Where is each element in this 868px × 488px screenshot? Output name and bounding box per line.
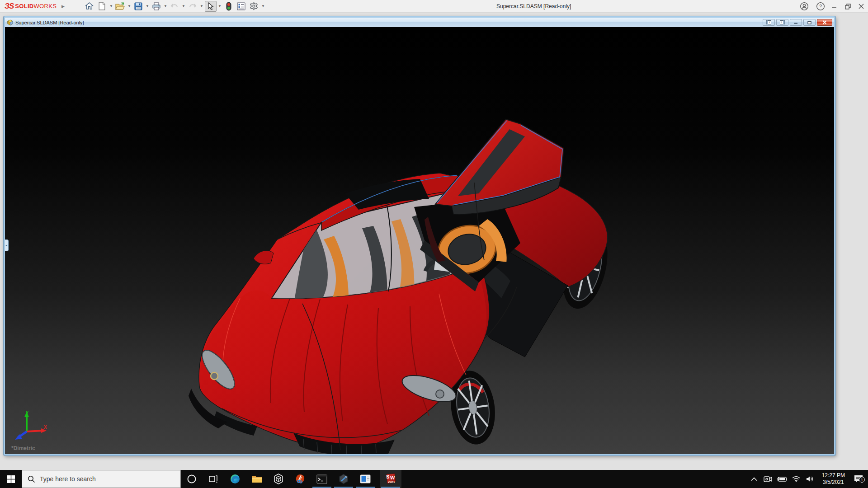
save-button[interactable] bbox=[132, 1, 144, 12]
toggle-right-pane-button[interactable] bbox=[776, 19, 788, 26]
document-close-button[interactable] bbox=[817, 19, 832, 26]
taskbar-search[interactable] bbox=[22, 470, 181, 488]
triad-y-label: Y bbox=[26, 410, 29, 415]
taskbar-file-explorer-button[interactable] bbox=[246, 470, 268, 488]
logo-text-works: WORKS bbox=[34, 3, 57, 9]
document-window-controls bbox=[763, 19, 834, 26]
taskbar-photos-app-button[interactable] bbox=[354, 470, 376, 488]
taskbar-hexagon-app-button[interactable] bbox=[333, 470, 354, 488]
taskbar-task-view-button[interactable] bbox=[203, 470, 224, 488]
close-button[interactable] bbox=[854, 0, 868, 13]
taskbar-command-prompt-button[interactable] bbox=[311, 470, 333, 488]
logo-text-solid: SOLID bbox=[15, 3, 33, 9]
cortana-icon bbox=[187, 474, 197, 484]
notification-badge: 1 bbox=[859, 477, 865, 483]
options-list-button[interactable] bbox=[236, 1, 247, 12]
undo-dropdown: ▼ bbox=[181, 4, 186, 8]
action-center-button[interactable]: 1 bbox=[852, 474, 865, 483]
document-restore-button[interactable] bbox=[803, 19, 816, 26]
open-dropdown[interactable]: ▼ bbox=[127, 4, 132, 8]
home-button[interactable] bbox=[84, 1, 95, 12]
search-input[interactable] bbox=[40, 475, 166, 483]
redo-button bbox=[187, 1, 198, 12]
account-button[interactable] bbox=[797, 0, 811, 13]
undo-button bbox=[169, 1, 180, 12]
tray-chevron-up-icon[interactable] bbox=[749, 477, 759, 481]
snipping-tool-icon bbox=[295, 474, 306, 484]
rebuild-button[interactable] bbox=[223, 1, 235, 12]
select-tool-dropdown[interactable]: ▼ bbox=[217, 4, 222, 8]
sw-letter-s: S bbox=[386, 474, 389, 479]
edge-icon bbox=[230, 474, 241, 484]
clock-date: 3/5/2021 bbox=[822, 479, 845, 486]
save-dropdown[interactable]: ▼ bbox=[145, 4, 150, 8]
svg-text:?: ? bbox=[819, 4, 822, 9]
select-tool-button[interactable] bbox=[205, 1, 217, 12]
help-button[interactable]: ? bbox=[814, 0, 827, 13]
battery-icon[interactable] bbox=[777, 476, 787, 482]
supercar-3d-model bbox=[5, 27, 834, 454]
taskbar-cortana-button[interactable] bbox=[181, 470, 203, 488]
volume-icon[interactable] bbox=[805, 476, 815, 482]
window-controls: ? bbox=[797, 0, 868, 13]
new-document-dropdown[interactable]: ▼ bbox=[109, 4, 113, 8]
search-icon bbox=[28, 475, 35, 483]
print-dropdown[interactable]: ▼ bbox=[163, 4, 168, 8]
toggle-left-pane-button[interactable] bbox=[763, 19, 775, 26]
settings-dropdown[interactable]: ▼ bbox=[261, 4, 265, 8]
sw-year: 2021 bbox=[388, 480, 395, 483]
toolbar-flyout-arrow-icon[interactable]: ▶ bbox=[61, 4, 65, 9]
document-minimize-button[interactable] bbox=[790, 19, 802, 26]
taskbar-cube-app-button[interactable] bbox=[268, 470, 289, 488]
clock-time: 12:27 PM bbox=[822, 472, 845, 479]
taskbar-edge-button[interactable] bbox=[224, 470, 246, 488]
triad-x-label: X bbox=[44, 425, 47, 430]
open-button[interactable] bbox=[114, 1, 126, 12]
minimize-button[interactable] bbox=[827, 0, 841, 13]
system-tray: 12:27 PM 3/5/2021 1 bbox=[749, 470, 868, 488]
start-button[interactable] bbox=[0, 470, 22, 488]
quick-access-toolbar: ▼ ▼ ▼ ▼ ▼ ▼ ▼ ▼ bbox=[84, 1, 265, 12]
cube-app-icon bbox=[273, 474, 284, 484]
sw-letter-w: W bbox=[390, 475, 395, 480]
redo-dropdown: ▼ bbox=[199, 4, 204, 8]
windows-taskbar: S W 2021 12:27 PM 3/5/2021 1 bbox=[0, 470, 868, 488]
window-title: Supercar.SLDASM [Read-only] bbox=[496, 0, 571, 13]
feature-pane-collapse-arrow[interactable]: ◂ bbox=[5, 239, 9, 251]
document-title: Supercar.SLDASM [Read-only] bbox=[15, 20, 84, 25]
assembly-document-icon bbox=[7, 19, 14, 26]
solidworks-logo: ЗS SOLIDWORKS bbox=[5, 2, 61, 11]
settings-gear-button[interactable] bbox=[248, 1, 260, 12]
app-titlebar: ЗS SOLIDWORKS ▶ ▼ ▼ ▼ ▼ ▼ ▼ bbox=[0, 0, 868, 13]
application-client-area: Supercar.SLDASM [Read-only] bbox=[0, 13, 868, 470]
document-window: Supercar.SLDASM [Read-only] bbox=[4, 16, 835, 455]
view-orientation-label: *Dimetric bbox=[11, 445, 35, 451]
orientation-triad: Y X bbox=[13, 410, 48, 441]
taskbar-clock[interactable]: 12:27 PM 3/5/2021 bbox=[819, 472, 848, 486]
solidworks-2021-icon: S W 2021 bbox=[384, 473, 397, 485]
meet-now-icon[interactable] bbox=[763, 476, 773, 483]
taskbar-solidworks-button[interactable]: S W 2021 bbox=[380, 470, 401, 488]
solidworks-logo-mark-icon: ЗS bbox=[5, 2, 14, 11]
file-explorer-icon bbox=[251, 474, 262, 483]
print-button[interactable] bbox=[151, 1, 162, 12]
command-prompt-icon bbox=[316, 474, 327, 484]
hexagon-app-icon bbox=[338, 474, 349, 484]
maximize-button[interactable] bbox=[841, 0, 854, 13]
new-document-button[interactable] bbox=[96, 1, 108, 12]
document-titlebar[interactable]: Supercar.SLDASM [Read-only] bbox=[5, 18, 834, 27]
graphics-viewport[interactable]: ◂ Y X *Dimetric bbox=[5, 27, 834, 454]
task-view-icon bbox=[208, 474, 218, 484]
taskbar-snipping-tool-button[interactable] bbox=[289, 470, 311, 488]
photos-app-icon bbox=[360, 474, 371, 483]
wifi-icon[interactable] bbox=[791, 476, 801, 482]
